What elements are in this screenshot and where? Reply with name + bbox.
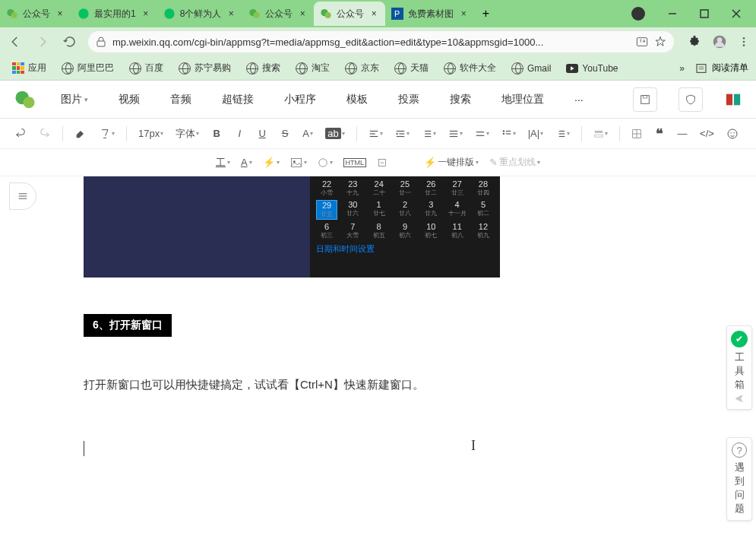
outline-toggle[interactable] (9, 182, 36, 210)
tab-1[interactable]: 最实用的1 × (71, 2, 157, 26)
clear-format-button[interactable]: ▾ (96, 125, 117, 143)
embedded-image[interactable]: ↖ 22小雪23十九24二十25廿一26廿二27廿三28廿四29廿五30廿六1廿… (84, 176, 500, 278)
lineheight-button[interactable]: ▾ (446, 125, 465, 143)
menu-more[interactable]: ··· (568, 90, 590, 109)
ol-button[interactable]: ▾ (553, 125, 572, 143)
tab-title: 8个鲜为人 (180, 8, 222, 21)
back-button[interactable] (6, 33, 24, 51)
italic-button[interactable]: I (232, 125, 247, 143)
fontcolor-button[interactable]: A▾ (300, 125, 315, 143)
underline-button[interactable]: U (255, 125, 270, 143)
section-button[interactable]: ▾ (591, 125, 610, 143)
save-button[interactable] (633, 87, 657, 112)
bookmark-item[interactable]: 京东 (340, 59, 384, 77)
bookmark-item[interactable]: YouTube (561, 61, 622, 76)
maximize-button[interactable] (694, 3, 715, 24)
bookmark-item[interactable]: 天猫 (390, 59, 433, 77)
book-icon[interactable] (724, 91, 742, 108)
bold-button[interactable]: B (209, 125, 224, 143)
reload-button[interactable] (61, 33, 79, 51)
letterspace-button[interactable]: ▾ (473, 125, 492, 143)
emoji2-button[interactable]: ▾ (318, 157, 333, 168)
paint-button[interactable] (72, 125, 89, 143)
tab-4[interactable]: 公众号 × (314, 2, 385, 26)
menu-icon[interactable] (738, 36, 750, 48)
menu-miniprogram[interactable]: 小程序 (278, 90, 322, 109)
help-float[interactable]: ? 遇 到 问 题 (726, 437, 752, 521)
bookmark-item[interactable]: 软件大全 (439, 59, 501, 77)
hr-button[interactable]: — (675, 125, 690, 143)
article-body[interactable]: 打开新窗口也可以用快捷键搞定，试试看【Ctrl+N】快速新建窗口。 (84, 378, 672, 392)
bookmark-item[interactable]: 淘宝 (291, 59, 334, 77)
extensions-icon[interactable] (688, 35, 701, 49)
tab-3[interactable]: 公众号 × (242, 2, 314, 26)
bgcolor-button[interactable]: ab▾ (323, 125, 346, 143)
close-icon[interactable]: × (141, 8, 151, 19)
close-icon[interactable]: × (55, 8, 65, 19)
bookmark-item[interactable]: 百度 (125, 59, 168, 77)
tab-5[interactable]: P 免费素材图 × (385, 2, 475, 26)
translate-icon[interactable] (636, 36, 648, 48)
minimize-button[interactable] (662, 3, 683, 24)
menu-image[interactable]: 图片▾ (55, 90, 94, 109)
redo-button[interactable] (36, 125, 53, 143)
close-icon[interactable]: × (369, 8, 379, 19)
strike-button[interactable]: S (277, 125, 293, 143)
spacing-button[interactable]: ▾ (419, 125, 438, 143)
fontsize-select[interactable]: 17px▾ (136, 125, 166, 143)
toolbar-format: ▾ 17px▾ 字体▾ B I U S A▾ ab▾ ▾ ▾ ▾ ▾ ▾ ▾ |… (0, 119, 756, 149)
code-button[interactable]: </> (697, 125, 716, 143)
star-icon[interactable] (654, 36, 666, 48)
profile-icon[interactable] (712, 34, 727, 49)
list-button[interactable]: ▾ (499, 125, 518, 143)
tab-2[interactable]: 8个鲜为人 × (157, 2, 243, 26)
close-icon[interactable]: × (458, 8, 469, 19)
effects-button[interactable]: ⚡▾ (263, 157, 280, 168)
tab-0[interactable]: 公众号 × (0, 2, 71, 26)
html-button[interactable]: HTML (343, 158, 367, 167)
forward-button[interactable] (33, 33, 52, 51)
underline2-button[interactable]: ✎重点划线▾ (489, 156, 540, 169)
shield-button[interactable] (679, 87, 703, 112)
menu-template[interactable]: 模板 (340, 90, 374, 109)
account-badge[interactable] (631, 7, 645, 21)
article-heading[interactable]: 6、打开新窗口 (84, 314, 172, 337)
bookmark-item[interactable]: 苏宁易购 (174, 59, 236, 77)
toolbar-secondary: 工▾ A▾ ⚡▾ ▾ ▾ HTML ⚡一键排版▾ ✎重点划线▾ (0, 149, 756, 176)
bookmark-item[interactable]: Gmail (507, 60, 555, 77)
align-left-button[interactable]: ▾ (366, 125, 385, 143)
collapse-button[interactable] (377, 157, 387, 168)
collapse-arrow-icon[interactable]: ⮜ (735, 394, 744, 404)
indent-button[interactable]: ▾ (393, 125, 412, 143)
textcolor2-button[interactable]: A▾ (241, 157, 252, 168)
menu-vote[interactable]: 投票 (392, 90, 425, 109)
quote-button[interactable]: ❝ (652, 125, 667, 143)
apps-button[interactable]: 应用 (8, 59, 51, 77)
wx-logo[interactable] (14, 88, 36, 111)
menu-audio[interactable]: 音频 (164, 90, 198, 109)
menu-video[interactable]: 视频 (112, 90, 146, 109)
bookmark-item[interactable]: 阿里巴巴 (57, 59, 119, 77)
table-button[interactable] (629, 125, 644, 143)
canvas[interactable]: ↖ 22小雪23十九24二十25廿一26廿二27廿三28廿四29廿五30廿六1廿… (0, 176, 756, 536)
url-field[interactable]: mp.weixin.qq.com/cgi-bin/appmsg?t=media/… (88, 31, 674, 52)
typeset-button[interactable]: ⚡一键排版▾ (424, 156, 479, 169)
close-icon[interactable]: × (226, 8, 236, 19)
menu-search[interactable]: 搜索 (444, 90, 477, 109)
new-tab-button[interactable]: + (475, 3, 496, 24)
reading-list-button[interactable]: 阅读清单 (695, 62, 748, 75)
menu-location[interactable]: 地理位置 (495, 90, 550, 109)
font-select[interactable]: 字体▾ (173, 125, 201, 143)
toolbox-float[interactable]: ✔ 工 具 箱 ⮜ (726, 325, 752, 410)
letterspacing-button[interactable]: 工▾ (216, 156, 230, 170)
bookmark-overflow[interactable]: » (675, 61, 689, 76)
close-icon[interactable]: × (297, 8, 308, 19)
emoji-button[interactable] (724, 125, 741, 143)
close-button[interactable] (726, 3, 747, 24)
bookmark-item[interactable]: 搜索 (242, 59, 285, 77)
menu-link[interactable]: 超链接 (216, 90, 260, 109)
textdir-button[interactable]: |A|▾ (526, 125, 546, 143)
svg-rect-30 (734, 94, 740, 105)
undo-button[interactable] (12, 125, 29, 143)
image2-button[interactable]: ▾ (290, 157, 307, 168)
